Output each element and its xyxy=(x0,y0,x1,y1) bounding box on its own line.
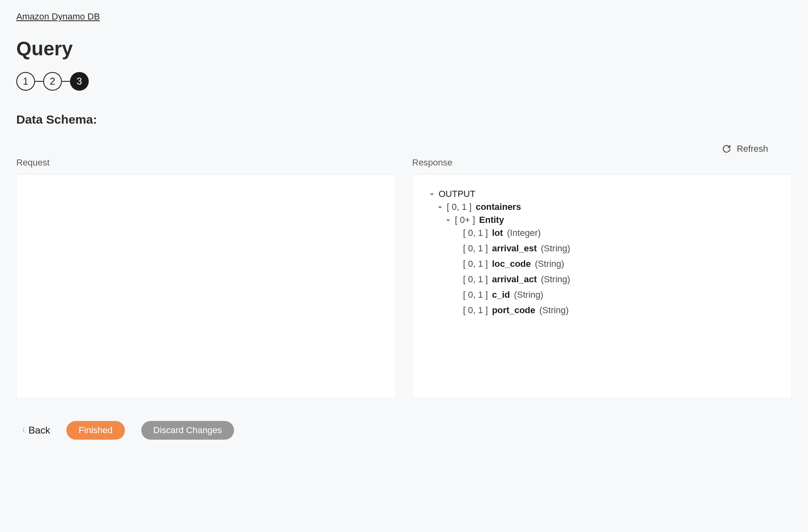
page-title: Query xyxy=(16,37,792,60)
step-connector xyxy=(62,81,70,82)
tree-type: (String) xyxy=(514,290,543,300)
tree-name: lot xyxy=(492,228,503,238)
tree-name: loc_code xyxy=(492,259,531,269)
refresh-button[interactable]: Refresh xyxy=(720,143,770,155)
breadcrumb-link[interactable]: Amazon Dynamo DB xyxy=(16,11,100,22)
chevron-down-icon xyxy=(437,204,443,210)
tree-cardinality: [ 0, 1 ] xyxy=(447,202,472,212)
tree-cardinality: [ 0, 1 ] xyxy=(463,290,488,300)
tree-name: arrival_est xyxy=(492,243,537,254)
tree-node-entity[interactable]: [ 0+ ] Entity xyxy=(445,215,784,225)
tree-type: (String) xyxy=(541,243,570,254)
tree-leaf[interactable]: [ 0, 1 ]c_id(String) xyxy=(453,290,784,300)
stepper: 1 2 3 xyxy=(16,72,792,91)
step-1[interactable]: 1 xyxy=(16,72,35,91)
step-connector xyxy=(35,81,43,82)
tree-name: arrival_act xyxy=(492,274,537,285)
tree-name: port_code xyxy=(492,305,535,316)
tree-cardinality: [ 0, 1 ] xyxy=(463,243,488,254)
request-panel[interactable] xyxy=(16,174,396,398)
tree-name: Entity xyxy=(479,215,504,225)
refresh-label: Refresh xyxy=(737,144,768,154)
discard-button[interactable]: Discard Changes xyxy=(141,421,234,440)
request-label: Request xyxy=(16,157,396,168)
tree-cardinality: [ 0, 1 ] xyxy=(463,259,488,269)
tree-leaf[interactable]: [ 0, 1 ]arrival_act(String) xyxy=(453,274,784,285)
back-label: Back xyxy=(28,425,50,436)
chevron-down-icon xyxy=(429,191,435,197)
tree-leaf[interactable]: [ 0, 1 ]loc_code(String) xyxy=(453,259,784,269)
response-panel[interactable]: OUTPUT [ 0, 1 ] containers xyxy=(412,174,792,398)
refresh-icon xyxy=(722,144,731,153)
tree-name: c_id xyxy=(492,290,510,300)
step-3[interactable]: 3 xyxy=(70,72,89,91)
chevron-down-icon xyxy=(445,217,451,223)
tree-cardinality: [ 0, 1 ] xyxy=(463,228,488,238)
tree-type: (String) xyxy=(535,259,564,269)
tree-name: containers xyxy=(476,202,521,212)
chevron-left-icon: 〈 xyxy=(19,426,25,435)
response-label: Response xyxy=(412,157,792,168)
tree-cardinality: [ 0, 1 ] xyxy=(463,274,488,285)
tree-leaf[interactable]: [ 0, 1 ]port_code(String) xyxy=(453,305,784,316)
tree-cardinality: [ 0+ ] xyxy=(455,215,475,225)
step-2[interactable]: 2 xyxy=(43,72,62,91)
tree-type: (Integer) xyxy=(507,228,541,238)
section-title: Data Schema: xyxy=(16,113,792,126)
tree-label: OUTPUT xyxy=(439,189,475,199)
tree-cardinality: [ 0, 1 ] xyxy=(463,305,488,316)
tree-type: (String) xyxy=(539,305,569,316)
tree-leaf[interactable]: [ 0, 1 ]lot(Integer) xyxy=(453,228,784,238)
finished-button[interactable]: Finished xyxy=(66,421,125,440)
tree-node-containers[interactable]: [ 0, 1 ] containers xyxy=(437,202,784,212)
tree-type: (String) xyxy=(541,274,570,285)
back-button[interactable]: 〈 Back xyxy=(19,425,50,436)
tree-node-output[interactable]: OUTPUT xyxy=(429,189,784,199)
tree-leaf[interactable]: [ 0, 1 ]arrival_est(String) xyxy=(453,243,784,254)
